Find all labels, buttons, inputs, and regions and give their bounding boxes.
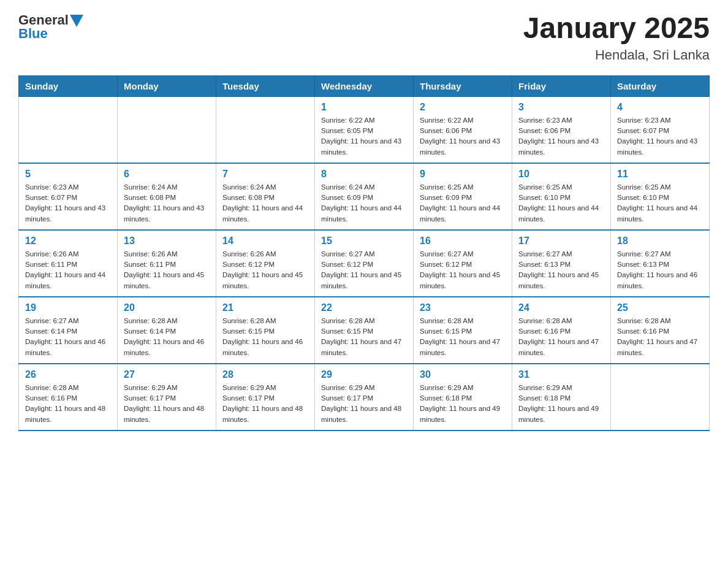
calendar-cell: 3Sunrise: 6:23 AM Sunset: 6:06 PM Daylig… (512, 96, 611, 163)
day-number: 20 (124, 302, 210, 313)
day-number: 17 (518, 236, 604, 247)
calendar-week-row: 5Sunrise: 6:23 AM Sunset: 6:07 PM Daylig… (19, 163, 710, 230)
day-info: Sunrise: 6:23 AM Sunset: 6:06 PM Dayligh… (518, 115, 604, 158)
day-number: 16 (420, 236, 506, 247)
calendar-cell: 6Sunrise: 6:24 AM Sunset: 6:08 PM Daylig… (118, 163, 216, 230)
calendar-cell: 1Sunrise: 6:22 AM Sunset: 6:05 PM Daylig… (315, 96, 414, 163)
day-info: Sunrise: 6:29 AM Sunset: 6:17 PM Dayligh… (124, 383, 210, 425)
calendar-cell (611, 364, 710, 431)
calendar-cell: 26Sunrise: 6:28 AM Sunset: 6:16 PM Dayli… (19, 364, 118, 431)
day-number: 22 (321, 302, 407, 313)
day-number: 24 (518, 302, 604, 313)
calendar-cell (118, 96, 216, 163)
day-number: 15 (321, 236, 407, 247)
day-number: 12 (25, 236, 111, 247)
calendar-cell: 20Sunrise: 6:28 AM Sunset: 6:14 PM Dayli… (118, 297, 216, 364)
day-number: 26 (25, 369, 111, 380)
day-info: Sunrise: 6:28 AM Sunset: 6:16 PM Dayligh… (518, 316, 604, 358)
calendar-header: Sunday Monday Tuesday Wednesday Thursday… (19, 75, 710, 96)
day-info: Sunrise: 6:27 AM Sunset: 6:12 PM Dayligh… (420, 249, 506, 291)
calendar-week-row: 1Sunrise: 6:22 AM Sunset: 6:05 PM Daylig… (19, 96, 710, 163)
calendar-cell: 13Sunrise: 6:26 AM Sunset: 6:11 PM Dayli… (118, 230, 216, 297)
day-number: 30 (420, 369, 506, 380)
calendar-cell: 10Sunrise: 6:25 AM Sunset: 6:10 PM Dayli… (512, 163, 611, 230)
day-number: 4 (617, 102, 703, 113)
calendar-cell: 12Sunrise: 6:26 AM Sunset: 6:11 PM Dayli… (19, 230, 118, 297)
calendar-cell: 21Sunrise: 6:28 AM Sunset: 6:15 PM Dayli… (216, 297, 315, 364)
calendar-cell (216, 96, 315, 163)
day-info: Sunrise: 6:28 AM Sunset: 6:15 PM Dayligh… (222, 316, 308, 358)
day-info: Sunrise: 6:22 AM Sunset: 6:05 PM Dayligh… (321, 115, 407, 158)
day-info: Sunrise: 6:27 AM Sunset: 6:13 PM Dayligh… (617, 249, 703, 291)
day-info: Sunrise: 6:27 AM Sunset: 6:12 PM Dayligh… (321, 249, 407, 291)
day-number: 25 (617, 302, 703, 313)
svg-marker-0 (70, 15, 83, 27)
day-info: Sunrise: 6:27 AM Sunset: 6:13 PM Dayligh… (518, 249, 604, 291)
header-friday: Friday (512, 75, 611, 96)
day-number: 10 (518, 169, 604, 180)
calendar-cell (19, 96, 118, 163)
day-info: Sunrise: 6:26 AM Sunset: 6:11 PM Dayligh… (25, 249, 111, 291)
calendar-week-row: 26Sunrise: 6:28 AM Sunset: 6:16 PM Dayli… (19, 364, 710, 431)
calendar-cell: 15Sunrise: 6:27 AM Sunset: 6:12 PM Dayli… (315, 230, 414, 297)
header-sunday: Sunday (19, 75, 118, 96)
day-number: 1 (321, 102, 407, 113)
day-info: Sunrise: 6:25 AM Sunset: 6:09 PM Dayligh… (420, 182, 506, 224)
logo-triangle-icon (70, 15, 83, 27)
logo-blue: Blue (18, 26, 48, 42)
page-header: General Blue January 2025 Hendala, Sri L… (18, 12, 710, 63)
day-info: Sunrise: 6:22 AM Sunset: 6:06 PM Dayligh… (420, 115, 506, 158)
calendar-cell: 25Sunrise: 6:28 AM Sunset: 6:16 PM Dayli… (611, 297, 710, 364)
day-number: 27 (124, 369, 210, 380)
calendar-cell: 22Sunrise: 6:28 AM Sunset: 6:15 PM Dayli… (315, 297, 414, 364)
weekday-header-row: Sunday Monday Tuesday Wednesday Thursday… (19, 75, 710, 96)
day-info: Sunrise: 6:28 AM Sunset: 6:15 PM Dayligh… (321, 316, 407, 358)
day-info: Sunrise: 6:27 AM Sunset: 6:14 PM Dayligh… (25, 316, 111, 358)
calendar-cell: 14Sunrise: 6:26 AM Sunset: 6:12 PM Dayli… (216, 230, 315, 297)
day-info: Sunrise: 6:26 AM Sunset: 6:11 PM Dayligh… (124, 249, 210, 291)
calendar-cell: 7Sunrise: 6:24 AM Sunset: 6:08 PM Daylig… (216, 163, 315, 230)
calendar-week-row: 19Sunrise: 6:27 AM Sunset: 6:14 PM Dayli… (19, 297, 710, 364)
day-number: 19 (25, 302, 111, 313)
day-number: 3 (518, 102, 604, 113)
day-info: Sunrise: 6:23 AM Sunset: 6:07 PM Dayligh… (25, 182, 111, 224)
calendar-cell: 5Sunrise: 6:23 AM Sunset: 6:07 PM Daylig… (19, 163, 118, 230)
day-info: Sunrise: 6:29 AM Sunset: 6:18 PM Dayligh… (518, 383, 604, 425)
day-number: 7 (222, 169, 308, 180)
calendar-cell: 9Sunrise: 6:25 AM Sunset: 6:09 PM Daylig… (414, 163, 512, 230)
day-info: Sunrise: 6:26 AM Sunset: 6:12 PM Dayligh… (222, 249, 308, 291)
day-number: 21 (222, 302, 308, 313)
calendar-cell: 23Sunrise: 6:28 AM Sunset: 6:15 PM Dayli… (414, 297, 512, 364)
calendar-cell: 24Sunrise: 6:28 AM Sunset: 6:16 PM Dayli… (512, 297, 611, 364)
calendar-title: January 2025 (523, 12, 710, 45)
calendar-subtitle: Hendala, Sri Lanka (523, 47, 710, 63)
calendar-cell: 28Sunrise: 6:29 AM Sunset: 6:17 PM Dayli… (216, 364, 315, 431)
day-number: 23 (420, 302, 506, 313)
calendar-cell: 30Sunrise: 6:29 AM Sunset: 6:18 PM Dayli… (414, 364, 512, 431)
day-info: Sunrise: 6:28 AM Sunset: 6:15 PM Dayligh… (420, 316, 506, 358)
calendar-cell: 16Sunrise: 6:27 AM Sunset: 6:12 PM Dayli… (414, 230, 512, 297)
header-thursday: Thursday (414, 75, 512, 96)
calendar-week-row: 12Sunrise: 6:26 AM Sunset: 6:11 PM Dayli… (19, 230, 710, 297)
title-block: January 2025 Hendala, Sri Lanka (523, 12, 710, 63)
logo: General Blue (18, 12, 83, 42)
day-number: 13 (124, 236, 210, 247)
header-tuesday: Tuesday (216, 75, 315, 96)
day-info: Sunrise: 6:29 AM Sunset: 6:17 PM Dayligh… (222, 383, 308, 425)
day-number: 28 (222, 369, 308, 380)
day-number: 5 (25, 169, 111, 180)
day-info: Sunrise: 6:28 AM Sunset: 6:14 PM Dayligh… (124, 316, 210, 358)
calendar-table: Sunday Monday Tuesday Wednesday Thursday… (18, 75, 710, 431)
calendar-cell: 31Sunrise: 6:29 AM Sunset: 6:18 PM Dayli… (512, 364, 611, 431)
calendar-cell: 4Sunrise: 6:23 AM Sunset: 6:07 PM Daylig… (611, 96, 710, 163)
day-info: Sunrise: 6:29 AM Sunset: 6:17 PM Dayligh… (321, 383, 407, 425)
calendar-cell: 11Sunrise: 6:25 AM Sunset: 6:10 PM Dayli… (611, 163, 710, 230)
day-info: Sunrise: 6:28 AM Sunset: 6:16 PM Dayligh… (617, 316, 703, 358)
calendar-cell: 27Sunrise: 6:29 AM Sunset: 6:17 PM Dayli… (118, 364, 216, 431)
calendar-cell: 29Sunrise: 6:29 AM Sunset: 6:17 PM Dayli… (315, 364, 414, 431)
day-info: Sunrise: 6:24 AM Sunset: 6:08 PM Dayligh… (222, 182, 308, 224)
day-number: 6 (124, 169, 210, 180)
day-number: 11 (617, 169, 703, 180)
day-number: 29 (321, 369, 407, 380)
calendar-cell: 17Sunrise: 6:27 AM Sunset: 6:13 PM Dayli… (512, 230, 611, 297)
